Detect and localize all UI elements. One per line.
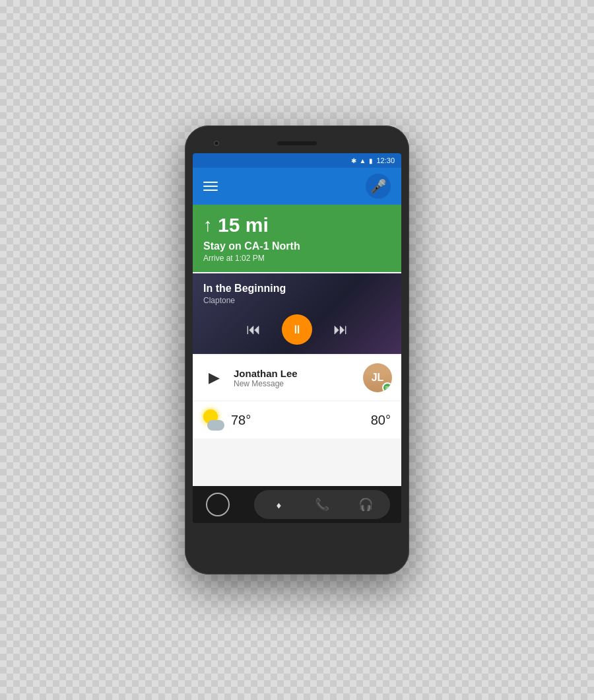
content-area: ↑ 15 mi Stay on CA-1 North Arrive at 1:0…: [193, 205, 401, 486]
nav-pill-buttons: ⬧ 📞 🎧: [254, 490, 390, 519]
play-icon: ▶: [209, 369, 220, 386]
phone-screen: ✱ ▲ ▮ 12:30 🎤 ↑ 15 mi: [193, 153, 401, 523]
music-controls: ⏮ ⏸ ⏭: [203, 314, 391, 345]
voice-mic-button[interactable]: 🎤: [366, 174, 391, 199]
message-subtitle: New Message: [234, 379, 355, 388]
music-content: In the Beginning Claptone ⏮ ⏸ ⏭: [203, 283, 391, 345]
phone-icon: 📞: [315, 497, 329, 512]
music-card[interactable]: In the Beginning Claptone ⏮ ⏸ ⏭: [193, 273, 401, 354]
weather-icon: [203, 409, 224, 431]
hamburger-line-1: [203, 182, 218, 183]
front-camera: [214, 141, 219, 146]
hamburger-line-3: [203, 190, 218, 191]
message-badge-icon: ✉: [385, 385, 390, 391]
navigation-icon: ⬧: [275, 498, 282, 512]
message-badge: ✉: [382, 382, 392, 392]
avatar-initials: JL: [372, 372, 384, 384]
nav-distance-row: ↑ 15 mi: [203, 214, 391, 236]
nav-arrival-time: Arrive at 1:02 PM: [203, 254, 391, 263]
message-content: Jonathan Lee New Message: [234, 368, 355, 388]
phone-device: ✱ ▲ ▮ 12:30 🎤 ↑ 15 mi: [185, 125, 409, 575]
pause-icon: ⏸: [291, 323, 303, 337]
bluetooth-icon: ✱: [351, 157, 356, 164]
music-artist-name: Claptone: [203, 296, 391, 305]
navigation-button[interactable]: ⬧: [265, 491, 292, 518]
hamburger-line-2: [203, 186, 218, 187]
navigation-card[interactable]: ↑ 15 mi Stay on CA-1 North Arrive at 1:0…: [193, 205, 401, 272]
phone-button[interactable]: 📞: [308, 491, 336, 518]
music-track-title: In the Beginning: [203, 283, 391, 295]
music-prev-button[interactable]: ⏮: [246, 321, 261, 338]
headphone-icon: 🎧: [358, 497, 373, 512]
music-next-button[interactable]: ⏭: [333, 321, 348, 338]
bottom-nav-bar: ⬧ 📞 🎧: [193, 486, 401, 523]
status-time: 12:30: [376, 157, 395, 164]
nav-direction-arrow: ↑: [203, 215, 213, 236]
status-icons: ✱ ▲ ▮ 12:30: [351, 157, 395, 164]
contact-avatar: JL ✉: [363, 363, 392, 392]
music-pause-button[interactable]: ⏸: [282, 314, 312, 345]
hamburger-menu-button[interactable]: [203, 182, 218, 191]
weather-later-temp: 80°: [371, 413, 391, 428]
weather-card[interactable]: 78° 80°: [193, 402, 401, 438]
weather-current-temp: 78°: [231, 413, 251, 428]
home-button[interactable]: [204, 491, 232, 518]
signal-icon: ▲: [360, 157, 366, 164]
message-contact-name: Jonathan Lee: [234, 368, 355, 379]
home-circle-icon: [206, 493, 230, 516]
audio-button[interactable]: 🎧: [352, 491, 380, 518]
speaker-grille: [277, 141, 317, 145]
status-bar: ✱ ▲ ▮ 12:30: [193, 153, 401, 168]
battery-icon: ▮: [369, 157, 373, 164]
microphone-icon: 🎤: [370, 178, 387, 194]
message-card[interactable]: ▶ Jonathan Lee New Message JL ✉: [193, 355, 401, 400]
nav-distance-text: 15 mi: [218, 214, 269, 236]
message-play-button[interactable]: ▶: [202, 366, 226, 390]
phone-bottom-bar: [193, 523, 401, 532]
phone-top-bar: [193, 133, 401, 153]
nav-street-name: Stay on CA-1 North: [203, 240, 391, 252]
app-bar: 🎤: [193, 168, 401, 205]
